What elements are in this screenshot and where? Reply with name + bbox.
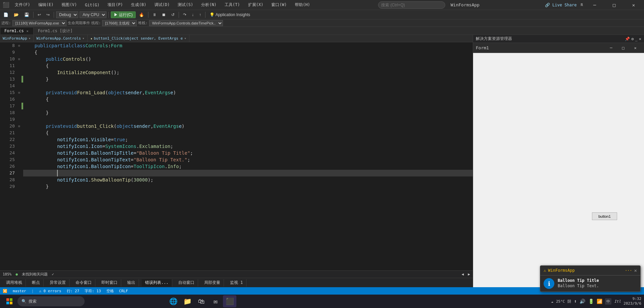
start-button[interactable] [3, 295, 16, 307]
code-line-17 [23, 103, 473, 109]
code-line-24: notifyIcon1.BalloonTipTitle = "Balloon T… [23, 150, 473, 156]
command-tab[interactable]: 命令窗口 [72, 279, 95, 287]
taskbar-files[interactable]: 📁 [181, 295, 194, 307]
scroll-right-btn[interactable]: ▶ [468, 272, 470, 276]
code-line-12: InitializeComponent(); [23, 69, 473, 76]
menu-edit[interactable]: 编辑(E) [36, 1, 56, 8]
taskbar-edge[interactable]: 🌐 [167, 295, 180, 307]
form1-window: Form1 ─ □ ✕ button1 [473, 43, 644, 287]
thread-dropdown[interactable]: [17668] 主线程 [102, 20, 137, 26]
se-close-icon[interactable]: ✕ [639, 37, 641, 41]
step-over-btn[interactable]: ↷ [181, 12, 188, 18]
nav-dropdown-icon: ▾ [29, 36, 31, 41]
taskbar-search[interactable]: 🔍 搜索 [17, 296, 85, 306]
weather-desc: 阴 [567, 299, 571, 304]
toolbar-undo-btn[interactable]: ↩ [36, 12, 43, 18]
toolbar-save-btn[interactable]: 💾 [22, 12, 31, 18]
hot-reload-btn[interactable]: 🔥 [137, 12, 146, 18]
form1-minimize-btn[interactable]: ─ [605, 43, 617, 53]
tab-form1cs-label: Form1.cs [4, 29, 24, 33]
nav-winformsapp[interactable]: WinFormsApp ▾ [0, 35, 34, 42]
editor-panel: WinFormsApp ▾ WinFormsApp.Controls ▾ ⬧ b… [0, 35, 473, 287]
immediate-tab[interactable]: 即时窗口 [98, 279, 121, 287]
taskbar-vs[interactable]: ⬛ [223, 295, 236, 307]
menu-debug[interactable]: 调试(D) [152, 1, 173, 8]
errorlist-tab[interactable]: 错误列表... [142, 279, 172, 287]
taskbar-clock[interactable]: 9:32 2023/9/6 [624, 297, 641, 306]
app-title: WinFormsApp [451, 2, 479, 7]
exceptions-tab[interactable]: 异常设置 [46, 279, 70, 287]
menu-extensions[interactable]: 扩展(X) [245, 1, 266, 8]
code-editor[interactable]: 8 9 10 11 12 13 14 15 16 17 18 19 20 21 … [0, 42, 473, 270]
files-icon: 📁 [183, 297, 192, 305]
process-dropdown[interactable]: [11180] WinFormsApp.exe [12, 20, 66, 26]
pause-btn[interactable]: ⏸ [150, 12, 158, 18]
application-insights-btn[interactable]: 💡 Application Insights [208, 12, 252, 18]
menu-view[interactable]: 视图(V) [59, 1, 80, 8]
auto-tab[interactable]: 自动窗口 [175, 279, 198, 287]
run-button[interactable]: ▶ 运行(C) [111, 11, 136, 18]
menu-build[interactable]: 生成(B) [128, 1, 149, 8]
input-method-indicator[interactable]: Itl [614, 299, 621, 304]
stop-btn[interactable]: ⏹ [160, 12, 168, 18]
linenum-28: 28 [0, 176, 17, 183]
maximize-button[interactable]: □ [606, 0, 622, 10]
menu-window[interactable]: 窗口(W) [269, 1, 289, 8]
platform-dropdown[interactable]: Any CPU [80, 11, 106, 18]
notification-menu-btn[interactable]: ··· [625, 268, 632, 273]
tab-form1cs-design[interactable]: Form1.cs [设计] [34, 27, 77, 35]
code-line-21: { [23, 130, 473, 136]
scroll-left-btn[interactable]: ◀ [462, 272, 464, 276]
se-pin-icon[interactable]: 📌 [625, 37, 630, 41]
fold-20[interactable]: ⊟ [17, 123, 21, 130]
linenum-18: 18 [0, 109, 17, 116]
configuration-dropdown[interactable]: Debug [56, 11, 78, 18]
taskbar-store[interactable]: 🛍 [195, 295, 208, 307]
vs-main-content: WinFormsApp ▾ WinFormsApp.Controls ▾ ⬧ b… [0, 35, 644, 287]
search-input[interactable] [378, 1, 445, 9]
close-button[interactable]: ✕ [626, 0, 641, 10]
locals-tab[interactable]: 局部变量 [201, 279, 224, 287]
output-tab[interactable]: 输出 [124, 279, 139, 287]
fold-15[interactable]: ⊟ [17, 89, 21, 96]
callstack-tab[interactable]: 调用堆栈 [3, 279, 26, 287]
nav-button1click[interactable]: ⬧ button1_Click(object sender, EventArgs… [88, 35, 190, 42]
toolbar-redo-btn[interactable]: ↪ [44, 12, 52, 18]
se-minimize-icon[interactable]: _ [635, 37, 638, 41]
checkmark-icon: ✓ [52, 272, 54, 276]
menu-help[interactable]: 帮助(H) [292, 1, 313, 8]
menu-test[interactable]: 测试(S) [175, 1, 196, 8]
form1-close-btn[interactable]: ✕ [629, 43, 641, 53]
menu-git[interactable]: Git(G) [82, 2, 102, 8]
notification-close-btn[interactable]: ✕ [634, 268, 637, 273]
fold-10[interactable]: ⊟ [17, 56, 21, 62]
callstack-dropdown[interactable]: WinFormsApp.Controls.dateTimePick... [149, 20, 223, 26]
step-into-btn[interactable]: ↓ [190, 12, 196, 18]
step-out-btn[interactable]: ↑ [197, 12, 203, 18]
menu-tools[interactable]: 工具(T) [222, 1, 243, 8]
menu-project[interactable]: 项目(P) [105, 1, 126, 8]
language-indicator[interactable]: 中 [605, 298, 611, 305]
breakpoints-tab[interactable]: 断点 [29, 279, 44, 287]
svg-rect-2 [6, 302, 9, 304]
fold-8[interactable]: ⊟ [17, 42, 21, 49]
nav-controls[interactable]: WinFormsApp.Controls ▾ [34, 35, 87, 42]
taskbar-mail[interactable]: ✉ [209, 295, 222, 307]
menu-analyze[interactable]: 分析(N) [198, 1, 219, 8]
fold-22 [17, 136, 21, 143]
tab-form1cs-close[interactable]: ✕ [26, 29, 29, 33]
user-icon: R [581, 3, 583, 7]
form1-button1[interactable]: button1 [592, 212, 617, 220]
se-settings-icon[interactable]: ⚙ [631, 37, 634, 41]
toolbar-open-btn[interactable]: 📂 [12, 12, 21, 18]
restart-btn[interactable]: ↺ [169, 12, 177, 18]
toolbar-new-btn[interactable]: 📄 [1, 12, 10, 18]
menu-file[interactable]: 文件(F) [12, 1, 33, 8]
form1-controls: ─ □ ✕ [605, 43, 641, 53]
button1click-nav-label: button1_Click(object sender, EventArgs e [94, 36, 183, 41]
code-line-8: public partial class Controls : Form [23, 42, 473, 49]
watch-tab[interactable]: 监视 1 [227, 279, 246, 287]
form1-maximize-btn[interactable]: □ [617, 43, 629, 53]
tab-form1cs[interactable]: Form1.cs ✕ [0, 27, 34, 35]
minimize-button[interactable]: ─ [587, 0, 602, 10]
